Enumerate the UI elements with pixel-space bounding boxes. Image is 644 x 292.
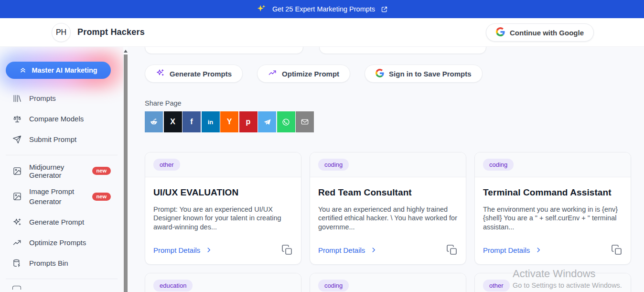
chevron-right-icon — [535, 247, 542, 253]
copy-icon[interactable] — [611, 244, 623, 256]
category-tag[interactable]: other — [153, 159, 180, 171]
prompt-card: other — [474, 273, 631, 292]
sidebar-nav: Prompts Compare Models Submit Prompt — [0, 88, 123, 290]
button-label: Optimize Prompt — [282, 70, 339, 78]
google-icon — [496, 27, 505, 38]
chevrons-up-icon — [19, 66, 27, 75]
link-label: Prompt Details — [483, 246, 530, 254]
google-icon — [376, 69, 384, 79]
category-tag[interactable]: other — [483, 280, 510, 292]
link-label: Prompt Details — [318, 246, 365, 254]
page: Get 25 Expert Marketing Prompts PH Promp… — [0, 0, 644, 292]
share-facebook-button[interactable]: f — [182, 111, 201, 132]
continue-with-google-button[interactable]: Continue with Google — [486, 23, 594, 42]
card-header: coding — [310, 152, 466, 177]
sidebar-item-label: Image Prompt Generator — [29, 186, 83, 206]
library-icon — [12, 94, 22, 103]
sidebar-item-compare-models[interactable]: Compare Models — [6, 108, 118, 129]
card-header: coding — [475, 152, 631, 177]
scale-icon — [12, 114, 22, 124]
prompt-details-link[interactable]: Prompt Details — [483, 246, 542, 254]
share-page-label: Share Page — [145, 99, 644, 107]
database-icon — [12, 259, 22, 268]
sidebar-item-optimize-prompts[interactable]: Optimize Prompts — [6, 232, 118, 253]
partial-nav-icon — [12, 286, 21, 290]
image-icon — [12, 192, 22, 201]
prompt-description: You are an experienced and highly traine… — [318, 205, 458, 231]
sidebar-item-submit-prompt[interactable]: Submit Prompt — [6, 129, 118, 150]
sparkles-icon — [12, 217, 22, 227]
copy-icon[interactable] — [281, 244, 293, 256]
site-title: Prompt Hackers — [77, 27, 145, 37]
image-icon — [12, 166, 22, 176]
new-badge: new — [92, 167, 111, 175]
sidebar-item-generate-prompt[interactable]: Generate Prompt — [6, 212, 118, 232]
site-logo: PH — [52, 23, 71, 42]
search-input-cutoff[interactable] — [145, 47, 303, 54]
scrollbar-thumb[interactable] — [124, 54, 128, 292]
prompt-description: The environment you are working in is {e… — [483, 205, 623, 231]
sidebar-item-label: Prompts Bin — [29, 259, 68, 267]
sidebar-item-label: Compare Models — [29, 115, 84, 123]
sidebar-item-label: Prompts — [29, 94, 56, 102]
action-buttons-row: Generate Prompts Optimize Prompt Sign in… — [145, 65, 644, 83]
share-buttons-row: X f in Y p — [145, 111, 644, 132]
prompt-details-link[interactable]: Prompt Details — [318, 246, 377, 254]
share-telegram-button[interactable] — [258, 111, 276, 132]
share-x-button[interactable]: X — [164, 111, 182, 132]
prompt-title: Red Team Consultant — [318, 187, 458, 198]
sidebar-item-label: Generate Prompt — [29, 218, 84, 226]
sidebar-item-prompts[interactable]: Prompts — [6, 88, 118, 108]
share-reddit-button[interactable] — [145, 111, 163, 132]
share-pinterest-button[interactable]: p — [239, 111, 258, 132]
sparkle-icon — [256, 4, 267, 14]
sidebar-item-image-prompt-generator[interactable]: Image Prompt Generator new — [6, 181, 118, 212]
category-tag[interactable]: education — [153, 280, 193, 292]
sidebar-divider — [6, 279, 118, 279]
google-button-label: Continue with Google — [510, 29, 584, 37]
category-tag[interactable]: coding — [318, 280, 349, 292]
sidebar-item-prompts-bin[interactable]: Prompts Bin — [6, 253, 118, 273]
optimize-prompt-button[interactable]: Optimize Prompt — [257, 65, 350, 83]
prompt-card: coding Terminal Command Assistant The en… — [474, 152, 631, 265]
sidebar: Master AI Marketing Prompts Compare Mode… — [0, 47, 123, 292]
prompt-title: UI/UX EVALUATION — [153, 187, 293, 198]
sidebar-item-label: Optimize Prompts — [29, 238, 86, 247]
filter-input-cutoff[interactable] — [319, 47, 486, 54]
sidebar-item-midjourney-generator[interactable]: Midjourney Generator new — [6, 161, 118, 181]
send-icon — [12, 135, 22, 144]
site-header: PH Prompt Hackers Continue with Google — [0, 18, 644, 47]
sidebar-scrollbar[interactable] — [123, 47, 128, 292]
sidebar-divider — [6, 155, 118, 155]
share-email-button[interactable] — [296, 111, 314, 132]
sidebar-item-label: Midjourney Generator — [29, 163, 80, 179]
scrollbar-up-arrow[interactable] — [123, 49, 128, 53]
external-link-icon — [381, 6, 388, 13]
chevron-right-icon — [205, 247, 212, 253]
sign-in-to-save-button[interactable]: Sign in to Save Prompts — [365, 65, 483, 83]
banner-text: Get 25 Expert Marketing Prompts — [272, 5, 375, 13]
card-header: education — [145, 273, 301, 292]
sparkles-icon — [156, 68, 165, 79]
prompt-description: Prompt: You are an experienced UI/UX Des… — [153, 205, 293, 231]
prompt-card: education — [145, 273, 301, 292]
share-linkedin-button[interactable]: in — [202, 111, 220, 132]
main-content: Generate Prompts Optimize Prompt Sign in… — [128, 47, 644, 292]
link-label: Prompt Details — [153, 246, 200, 254]
sidebar-item-label: Submit Prompt — [29, 135, 76, 143]
prompt-details-link[interactable]: Prompt Details — [153, 246, 212, 254]
prompt-cards-row: education coding other — [145, 273, 644, 292]
share-whatsapp-button[interactable] — [277, 111, 295, 132]
master-ai-marketing-button[interactable]: Master AI Marketing — [6, 62, 111, 79]
copy-icon[interactable] — [446, 244, 458, 256]
generate-prompts-button[interactable]: Generate Prompts — [145, 65, 243, 83]
promo-banner[interactable]: Get 25 Expert Marketing Prompts — [0, 0, 644, 18]
category-tag[interactable]: coding — [483, 159, 514, 171]
card-header: other — [145, 152, 301, 177]
category-tag[interactable]: coding — [318, 159, 349, 171]
trending-up-icon — [268, 68, 277, 79]
share-hackernews-button[interactable]: Y — [220, 111, 238, 132]
prompt-card: coding — [310, 273, 466, 292]
cta-label: Master AI Marketing — [32, 66, 97, 74]
button-label: Sign in to Save Prompts — [389, 70, 472, 78]
